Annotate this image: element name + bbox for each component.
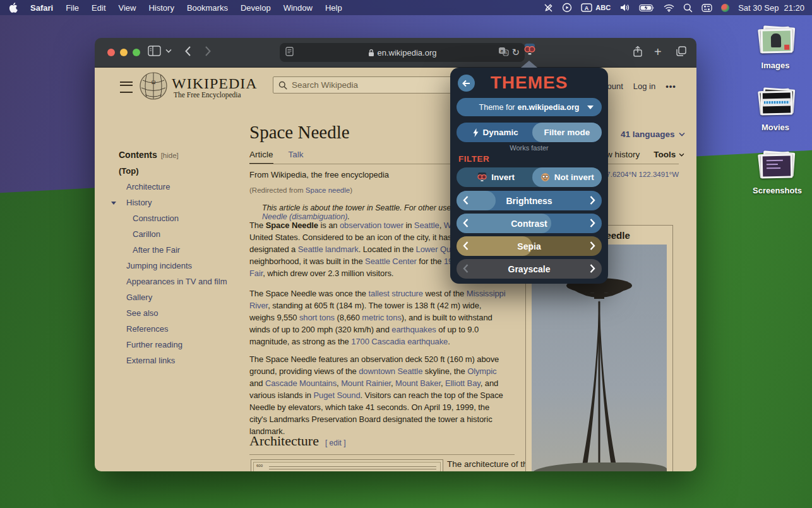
toc-item[interactable]: External links <box>119 356 239 365</box>
forward-button[interactable] <box>205 45 212 57</box>
languages-button[interactable]: 41 languages <box>621 130 685 139</box>
input-source-icon[interactable]: A ABC <box>581 3 611 12</box>
wiki-link[interactable]: Puget Sound <box>313 390 360 400</box>
dynamic-mode-button[interactable]: Dynamic <box>457 123 535 142</box>
toc-item[interactable]: Further reading <box>119 341 239 349</box>
wiki-link[interactable]: Olympic <box>467 366 496 376</box>
control-center-icon[interactable] <box>702 4 712 12</box>
sidebar-toggle-button[interactable] <box>148 45 161 56</box>
chevron-left-icon[interactable] <box>463 263 469 276</box>
theme-site-selector[interactable]: Theme for en.wikipedia.org <box>457 98 602 116</box>
chevron-left-icon[interactable] <box>463 218 469 231</box>
menu-develop[interactable]: Develop <box>234 3 277 13</box>
toc-item[interactable]: Carillon <box>119 230 239 239</box>
sepia-slider[interactable]: Sepia <box>457 236 602 256</box>
chevron-down-icon[interactable] <box>165 49 172 53</box>
wiki-link[interactable]: Elliott Bay <box>445 378 481 388</box>
toc-item[interactable]: History <box>119 198 239 207</box>
toc-item[interactable]: Jumping incidents <box>119 262 239 270</box>
toc-item[interactable]: See also <box>119 309 239 318</box>
menu-file[interactable]: File <box>59 3 85 13</box>
spotlight-search-icon[interactable] <box>683 3 693 13</box>
edit-section-link[interactable]: [ edit ] <box>325 438 346 447</box>
tab-article[interactable]: Article <box>249 150 273 164</box>
menu-history[interactable]: History <box>142 3 180 13</box>
toc-item[interactable]: Gallery <box>119 293 239 302</box>
new-tab-button[interactable]: + <box>654 45 662 59</box>
toc-item[interactable]: References <box>119 325 239 334</box>
wiki-link[interactable]: Mount Baker <box>395 378 441 388</box>
chevron-right-icon[interactable] <box>590 263 595 276</box>
minimize-window-button[interactable] <box>120 49 128 56</box>
wiki-link[interactable]: observation tower <box>340 221 403 230</box>
battery-icon[interactable] <box>639 4 655 12</box>
toc-item[interactable]: Architecture <box>119 183 239 191</box>
chevron-left-icon[interactable] <box>463 241 469 253</box>
pencil-slash-icon[interactable] <box>544 3 553 13</box>
apple-menu-icon[interactable] <box>0 3 24 13</box>
desktop-folder-movies[interactable]: Movies <box>753 87 798 132</box>
tab-overview-button[interactable] <box>676 45 687 57</box>
toc-item[interactable]: (Top) <box>119 167 239 176</box>
volume-icon[interactable] <box>619 3 630 12</box>
wiki-link[interactable]: 1700 Cascadia earthquake <box>351 337 448 346</box>
back-button[interactable] <box>184 45 191 57</box>
wifi-icon[interactable] <box>664 4 674 12</box>
tools-menu[interactable]: Tools <box>654 150 684 159</box>
menu-bar-clock[interactable]: Sat 30 Sep 21:20 <box>738 3 804 13</box>
more-options-icon[interactable]: ••• <box>666 82 676 91</box>
chevron-left-icon[interactable] <box>463 195 469 208</box>
toc-item[interactable]: Appearances in TV and film <box>119 277 239 286</box>
hamburger-menu-icon[interactable] <box>120 82 133 93</box>
toc-item[interactable]: After the Fair <box>119 246 239 255</box>
wiki-link[interactable]: Cascade Mountains <box>265 378 337 388</box>
wiki-link[interactable]: Mount Rainier <box>341 378 391 388</box>
menu-safari[interactable]: Safari <box>24 3 59 13</box>
login-link[interactable]: Log in <box>633 82 655 91</box>
view-history-tab[interactable]: w history <box>606 150 640 159</box>
siri-icon[interactable] <box>721 4 729 12</box>
contrast-slider[interactable]: Contrast <box>457 214 602 233</box>
brightness-slider[interactable]: Brightness <box>457 191 602 210</box>
wikipedia-logo[interactable]: Ω <box>139 71 168 102</box>
redirect-link[interactable]: Space needle <box>306 186 350 194</box>
reload-icon[interactable]: ↻ <box>511 47 520 58</box>
wiki-link[interactable]: Seattle <box>414 221 439 230</box>
menu-bookmarks[interactable]: Bookmarks <box>181 3 234 13</box>
wiki-link[interactable]: earthquakes <box>391 325 436 334</box>
chevron-right-icon[interactable] <box>590 195 595 208</box>
menu-edit[interactable]: Edit <box>85 3 112 13</box>
themes-extension-icon[interactable] <box>523 43 537 56</box>
wiki-link[interactable]: Seattle Center <box>365 257 417 266</box>
menu-help[interactable]: Help <box>319 3 349 13</box>
menu-view[interactable]: View <box>112 3 143 13</box>
toc-hide-link[interactable]: [hide] <box>161 152 179 159</box>
wiki-link[interactable]: tallest structure <box>369 289 423 298</box>
chevron-down-icon[interactable] <box>111 202 116 205</box>
tab-talk[interactable]: Talk <box>289 150 304 164</box>
search-input[interactable]: Search Wikipedia <box>273 76 462 94</box>
wikipedia-wordmark[interactable]: WIKIPEDIA <box>172 75 258 92</box>
wiki-link[interactable]: short tons <box>299 313 335 322</box>
desktop-folder-images[interactable]: Images <box>753 25 798 70</box>
desktop-folder-screenshots[interactable]: Screenshots <box>753 150 798 195</box>
invert-button[interactable]: Invert <box>457 167 535 187</box>
reader-view-icon[interactable] <box>285 47 294 58</box>
zoom-window-button[interactable] <box>133 49 140 56</box>
wiki-link[interactable]: Seattle landmark <box>298 245 359 254</box>
address-bar[interactable]: en.wikipedia.org aA ↻ <box>280 43 525 62</box>
play-circle-icon[interactable] <box>562 3 572 13</box>
filter-mode-button[interactable]: Filter mode <box>532 123 602 142</box>
grayscale-slider[interactable]: Grayscale <box>457 259 602 279</box>
wiki-link[interactable]: downtown Seattle <box>359 366 422 376</box>
translate-icon[interactable]: aA <box>498 47 509 58</box>
not-invert-button[interactable]: Not invert <box>532 167 602 187</box>
chevron-right-icon[interactable] <box>590 241 595 253</box>
architecture-diagram-thumbnail[interactable]: 600 <box>251 459 443 471</box>
chevron-right-icon[interactable] <box>590 218 595 231</box>
share-icon[interactable] <box>633 45 643 57</box>
menu-window[interactable]: Window <box>277 3 319 13</box>
toc-item[interactable]: Construction <box>119 214 239 223</box>
close-window-button[interactable] <box>107 49 115 56</box>
wiki-link[interactable]: metric tons <box>362 313 401 322</box>
